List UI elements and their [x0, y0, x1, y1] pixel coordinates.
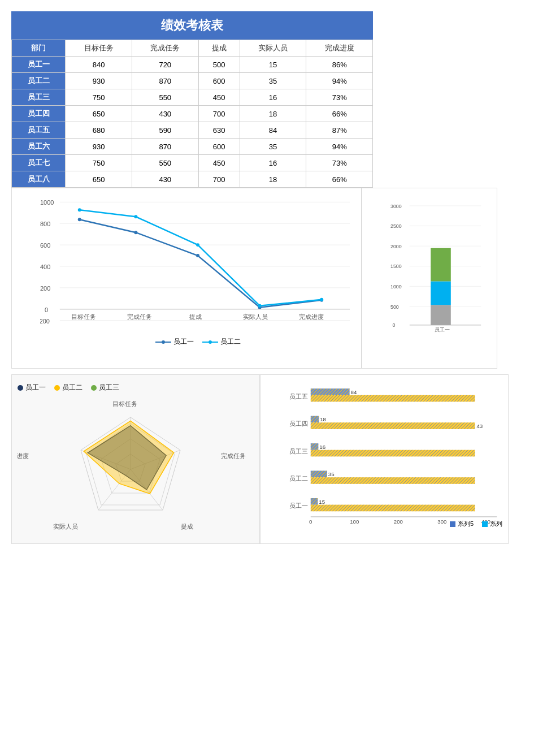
svg-text:员工一: 员工一 — [435, 327, 450, 332]
svg-text:0: 0 — [45, 306, 48, 313]
progress-cell: 86% — [306, 57, 373, 73]
svg-text:15: 15 — [319, 499, 325, 505]
svg-point-29 — [320, 298, 323, 301]
completed-cell: 870 — [132, 73, 198, 89]
actual-cell: 15 — [240, 57, 306, 73]
radar-svg: 目标任务 完成任务 提成 实际人员 完成进度 — [18, 396, 255, 537]
table-title: 绩效考核表 — [11, 11, 373, 40]
svg-text:500: 500 — [390, 304, 399, 310]
target-cell: 750 — [66, 155, 132, 171]
svg-text:实际人员: 实际人员 — [53, 523, 78, 530]
svg-text:实际人员: 实际人员 — [243, 313, 268, 320]
svg-text:200: 200 — [394, 519, 403, 525]
col-header-completed: 完成任务 — [132, 40, 198, 57]
commission-cell: 700 — [198, 171, 240, 188]
commission-cell: 700 — [198, 106, 240, 122]
actual-cell: 18 — [240, 106, 306, 122]
actual-cell: 18 — [240, 171, 306, 188]
hbar-svg: 员工五 员工四 员工三 员工二 员工一 0 100 200 300 400 — [289, 381, 502, 526]
progress-cell: 73% — [306, 155, 373, 171]
actual-cell: 16 — [240, 89, 306, 106]
actual-cell: 35 — [240, 139, 306, 155]
bar-chart-area: 3000 2500 2000 1500 1000 500 0 — [362, 188, 497, 369]
commission-cell: 600 — [198, 139, 240, 155]
completed-cell: 590 — [132, 122, 198, 139]
target-cell: 680 — [66, 122, 132, 139]
radar-chart-area: 员工一 员工二 员工三 目标任务 完成任务 提成 实际人员 完成 — [11, 374, 260, 544]
hbar-legend-series5: 系列5 — [450, 520, 474, 528]
svg-text:完成进度: 完成进度 — [299, 313, 324, 320]
svg-text:员工三: 员工三 — [289, 448, 308, 455]
svg-rect-87 — [311, 422, 475, 429]
hbar-legend-label-series5: 系列5 — [458, 520, 474, 528]
completed-cell: 550 — [132, 89, 198, 106]
svg-text:完成任务: 完成任务 — [127, 313, 152, 320]
svg-text:提成: 提成 — [189, 313, 202, 320]
bar-chart-svg: 3000 2500 2000 1500 1000 500 0 — [390, 194, 491, 345]
legend-label-2: 员工二 — [220, 337, 241, 347]
completed-cell: 430 — [132, 106, 198, 122]
svg-rect-93 — [311, 450, 475, 457]
svg-point-21 — [134, 231, 137, 234]
svg-text:84: 84 — [351, 389, 357, 395]
commission-cell: 450 — [198, 155, 240, 171]
col-header-actual: 实际人员 — [240, 40, 306, 57]
commission-cell: 630 — [198, 122, 240, 139]
col-header-progress: 完成进度 — [306, 40, 373, 57]
svg-text:2000: 2000 — [390, 244, 402, 249]
progress-cell: 87% — [306, 122, 373, 139]
actual-cell: 16 — [240, 155, 306, 171]
svg-text:完成任务: 完成任务 — [221, 452, 246, 459]
progress-cell: 94% — [306, 73, 373, 89]
svg-text:0: 0 — [393, 322, 396, 328]
svg-point-31 — [162, 340, 165, 344]
dept-cell: 员工二 — [12, 73, 66, 89]
svg-text:员工一: 员工一 — [289, 502, 308, 509]
line-chart-area: 1000 800 600 400 200 0 -200 目标任务 完成任务 — [11, 188, 362, 369]
completed-cell: 720 — [132, 57, 198, 73]
svg-rect-91 — [311, 443, 319, 450]
col-header-dept: 部门 — [12, 40, 66, 57]
svg-text:0: 0 — [309, 519, 312, 525]
col-header-target: 目标任务 — [66, 40, 132, 57]
completed-cell: 430 — [132, 171, 198, 188]
table-row: 员工一 840 720 500 15 86% — [12, 57, 373, 73]
svg-point-20 — [78, 218, 81, 221]
svg-text:完成进度: 完成进度 — [18, 452, 29, 459]
dept-cell: 员工四 — [12, 106, 66, 122]
line-chart-svg: 1000 800 600 400 200 0 -200 目标任务 完成任务 — [40, 194, 355, 334]
svg-rect-85 — [311, 416, 319, 423]
svg-rect-96 — [311, 471, 327, 478]
target-cell: 650 — [66, 171, 132, 188]
svg-text:600: 600 — [40, 242, 50, 249]
hbar-legend-label-series: 系列 — [490, 520, 502, 528]
svg-point-26 — [134, 215, 137, 218]
svg-point-25 — [78, 208, 81, 211]
charts-row: 1000 800 600 400 200 0 -200 目标任务 完成任务 — [11, 188, 509, 369]
svg-point-33 — [209, 340, 212, 344]
radar-legend-2: 员工二 — [54, 383, 83, 392]
line-chart-legend: 员工一 员工二 — [40, 337, 355, 347]
performance-table: 部门 目标任务 完成任务 提成 实际人员 完成进度 员工一 840 720 50… — [11, 40, 373, 188]
actual-cell: 84 — [240, 122, 306, 139]
svg-rect-103 — [311, 505, 475, 512]
svg-text:400: 400 — [40, 263, 50, 270]
svg-text:员工四: 员工四 — [289, 420, 308, 427]
svg-text:800: 800 — [40, 221, 50, 227]
legend-item-1: 员工一 — [155, 337, 194, 347]
target-cell: 930 — [66, 73, 132, 89]
commission-cell: 500 — [198, 57, 240, 73]
svg-text:35: 35 — [328, 471, 335, 477]
svg-text:100: 100 — [350, 519, 359, 525]
svg-text:3000: 3000 — [390, 204, 402, 209]
table-section: 绩效考核表 部门 目标任务 完成任务 提成 实际人员 完成进度 员工一 840 … — [11, 11, 373, 188]
target-cell: 840 — [66, 57, 132, 73]
progress-cell: 73% — [306, 89, 373, 106]
legend-item-2: 员工二 — [202, 337, 241, 347]
svg-text:1500: 1500 — [390, 263, 402, 269]
svg-text:目标任务: 目标任务 — [71, 313, 96, 320]
svg-rect-80 — [311, 388, 350, 395]
svg-rect-49 — [431, 281, 451, 305]
dept-cell: 员工三 — [12, 89, 66, 106]
target-cell: 650 — [66, 106, 132, 122]
